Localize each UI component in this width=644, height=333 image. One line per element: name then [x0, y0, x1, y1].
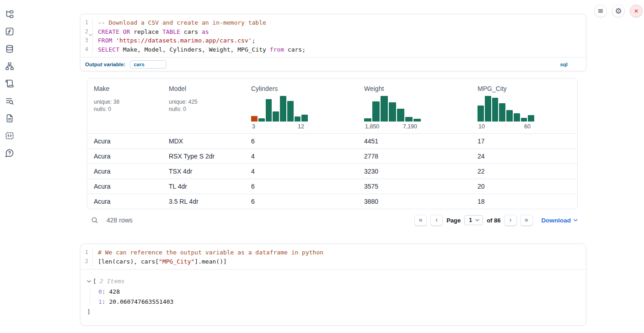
python-code-area[interactable]: 1# We can reference the output variable … [80, 244, 586, 270]
sidebar-button-functions[interactable] [4, 26, 16, 37]
column-header-cylinders[interactable]: Cylinders312 [245, 79, 358, 133]
python-cell: 1# We can reference the output variable … [80, 243, 586, 326]
sql-code-area[interactable]: 1-- Download a CSV and create an in-memo… [80, 14, 586, 57]
shutdown-button[interactable] [630, 5, 643, 17]
table-cell: Acura [87, 198, 162, 205]
histogram-bar [372, 101, 380, 122]
shutdown-close-icon [633, 7, 640, 15]
code-line[interactable]: 2[len(cars), cars["MPG_City"].mean()] [80, 257, 586, 266]
column-stats: unique: 38nulls: 0 [94, 98, 159, 113]
table-row[interactable]: AcuraMDX6445117 [87, 133, 577, 148]
histogram-bar [405, 117, 413, 122]
code-text: SELECT Make, Model, Cylinders, Weight, M… [98, 45, 306, 54]
column-histogram[interactable]: 1,8507,190 [364, 96, 421, 130]
histogram-bar [485, 96, 491, 122]
table-cell: 4 [245, 168, 358, 175]
sidebar-button-file-tree[interactable] [4, 8, 16, 20]
tree-toggle-row[interactable]: [ 2 Items [87, 277, 580, 285]
table-cell: 3230 [358, 168, 471, 175]
line-number: 1 [80, 18, 93, 27]
table-header-row: Makeunique: 38nulls: 0Modelunique: 425nu… [87, 79, 577, 133]
next-page-button[interactable]: › [504, 215, 517, 226]
column-header-model[interactable]: Modelunique: 425nulls: 0 [162, 79, 245, 133]
last-page-button[interactable]: » [521, 215, 533, 226]
histogram-bars [364, 96, 421, 122]
chevron-left-icon: ‹ [435, 217, 438, 223]
page-select[interactable]: 1 [464, 215, 483, 225]
table-cell: Acura [87, 137, 162, 145]
data-table: Makeunique: 38nulls: 0Modelunique: 425nu… [87, 78, 578, 209]
document-icon [5, 114, 14, 123]
code-line[interactable]: 1-- Download a CSV and create an in-memo… [80, 18, 586, 27]
tree-value: 428 [109, 288, 119, 295]
sidebar-button-data-sources[interactable] [4, 43, 16, 55]
tree-entry: 1: 20.060747663551403 [98, 298, 580, 306]
column-label: MPG_City [478, 85, 574, 92]
histogram-bar [506, 110, 513, 122]
token-keyword: FROM [98, 37, 112, 44]
menu-icon [597, 7, 604, 15]
token-plain: Make, Model, Cylinders, Weight, MPG_City [119, 46, 270, 53]
download-button[interactable]: Download [542, 217, 578, 224]
histogram-bar [389, 102, 396, 122]
first-page-button[interactable]: « [414, 215, 427, 226]
tree-body: 0: 4281: 20.060747663551403 [90, 288, 580, 306]
table-cell: 3.5 RL 4dr [162, 198, 245, 205]
token-string: "MPG_City" [159, 258, 194, 265]
prev-page-button[interactable]: ‹ [430, 215, 443, 226]
sidebar-button-documentation[interactable] [4, 112, 16, 124]
table-cell: 4451 [358, 137, 471, 145]
items-count-label: 2 Items [100, 278, 125, 285]
output-variable-input[interactable]: cars [130, 60, 166, 69]
stat-line: nulls: 0 [169, 106, 241, 113]
table-row[interactable]: AcuraTL 4dr6357520 [87, 179, 577, 194]
stat-line: unique: 425 [169, 98, 241, 106]
column-header-weight[interactable]: Weight1,8507,190 [358, 79, 471, 133]
table-search-button[interactable] [91, 216, 100, 225]
histogram-bar [266, 99, 272, 122]
table-row[interactable]: Acura3.5 RL 4dr6388018 [87, 194, 577, 209]
token-string: 'https://datasets.marimo.app/cars.csv' [116, 37, 252, 44]
sidebar-button-find[interactable] [4, 95, 16, 107]
column-label: Model [169, 85, 241, 92]
sidebar-button-dependency-graph[interactable] [4, 60, 16, 72]
column-histogram[interactable]: 1060 [478, 96, 534, 130]
token-plain: [len(cars), cars[ [98, 258, 159, 265]
table-cell: RSX Type S 2dr [162, 153, 245, 160]
histogram-axis-labels: 1,8507,190 [364, 123, 421, 130]
menu-button[interactable] [594, 5, 607, 17]
tree-key: 1 [98, 298, 102, 305]
code-line[interactable]: 3FROM 'https://datasets.marimo.app/cars.… [80, 36, 586, 45]
table-body: AcuraMDX6445117AcuraRSX Type S 2dr427782… [87, 133, 577, 209]
sidebar-button-snippets[interactable] [4, 130, 16, 142]
settings-button[interactable]: ⚙ [612, 5, 625, 17]
token-plain [112, 37, 116, 44]
chevrons-right-icon: » [525, 217, 528, 223]
code-line[interactable]: 1# We can reference the output variable … [80, 248, 586, 257]
table-row[interactable]: AcuraRSX Type S 2dr4277824 [87, 148, 577, 164]
sidebar-button-help[interactable] [4, 147, 16, 159]
code-line[interactable]: 2CREATE OR replace TABLE cars as [80, 27, 586, 37]
sidebar-button-logs[interactable] [4, 78, 16, 90]
function-square-icon [5, 27, 14, 36]
column-header-mpg_city[interactable]: MPG_City1060 [471, 79, 577, 133]
left-sidebar [4, 8, 16, 159]
table-cell: TL 4dr [162, 183, 245, 190]
histogram-axis-labels: 1060 [478, 123, 534, 130]
code-text: -- Download a CSV and create an in-memor… [98, 18, 266, 27]
table-row[interactable]: AcuraTSX 4dr4323022 [87, 164, 577, 179]
code-line[interactable]: 4SELECT Make, Model, Cylinders, Weight, … [80, 45, 586, 54]
sql-editor-footer: Output variable: cars sql [80, 57, 586, 71]
token-keyword: OR [123, 28, 130, 35]
histogram-bar [528, 115, 534, 122]
column-histogram[interactable]: 312 [251, 96, 308, 130]
column-label: Make [94, 85, 159, 92]
search-icon [91, 216, 100, 224]
sql-editor[interactable]: 1-- Download a CSV and create an in-memo… [80, 14, 586, 71]
axis-max-label: 12 [298, 123, 304, 130]
dependency-graph-icon [5, 62, 14, 71]
stat-line: nulls: 0 [94, 106, 159, 113]
column-header-make[interactable]: Makeunique: 38nulls: 0 [87, 79, 162, 133]
histogram-bar [413, 119, 421, 122]
chevron-right-icon: › [510, 217, 512, 223]
